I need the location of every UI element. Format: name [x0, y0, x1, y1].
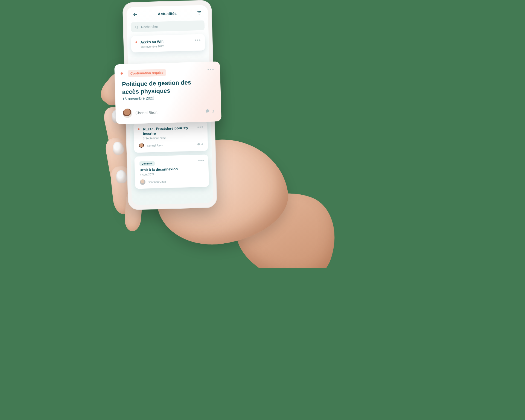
comment-number: 3 [212, 109, 214, 113]
card-title: Accès au Wifi [136, 39, 193, 45]
card-more-button[interactable]: ••• [197, 125, 203, 130]
svg-point-4 [135, 26, 137, 28]
card-date: 18 Novembre 2022 [136, 44, 200, 49]
unread-dot-icon [121, 72, 123, 75]
comment-icon [197, 143, 200, 146]
status-badge: Confirmation requise [128, 69, 166, 77]
card-more-button[interactable]: ••• [195, 38, 201, 43]
filter-button[interactable] [195, 9, 203, 17]
app-header: Actualités [126, 5, 208, 21]
news-card[interactable]: ••• Accès au Wifi 18 Novembre 2022 [131, 34, 205, 52]
card-title: Droit à la déconnexion [139, 166, 197, 172]
featured-card[interactable]: ••• Confirmation requise Politique de ge… [114, 62, 221, 124]
page-title: Actualités [158, 11, 177, 16]
card-title: Politique de gestion des accès physiques [122, 78, 204, 95]
news-card[interactable]: ••• REER - Procédure pour s'y inscrire 3… [133, 121, 208, 153]
card-footer: Charlotte Caya [140, 178, 204, 185]
author-name: Chanel Biron [135, 110, 158, 115]
search-icon [135, 25, 138, 29]
news-card[interactable]: ••• Confirmé Droit à la déconnexion 4 Ao… [134, 154, 209, 189]
search-bar[interactable] [131, 20, 205, 32]
status-badge: Confirmé [139, 161, 155, 166]
back-button[interactable] [131, 11, 139, 19]
avatar [140, 179, 146, 185]
arrow-left-icon [133, 12, 138, 17]
avatar [139, 143, 145, 149]
search-input[interactable] [141, 23, 201, 29]
filter-icon [197, 10, 202, 15]
comment-icon [205, 109, 209, 113]
card-more-button[interactable]: ••• [198, 158, 205, 163]
card-date: 4 Août 2022 [140, 171, 204, 176]
comment-count: 3 [205, 109, 214, 113]
author-name: Samuel Ryan [147, 144, 163, 147]
card-date: 3 Septembre 2022 [139, 135, 203, 140]
author-name: Charlotte Caya [148, 180, 166, 183]
card-title: REER - Procédure pour s'y inscrire [138, 126, 196, 136]
card-footer: Chanel Biron 3 [123, 106, 214, 118]
card-more-button[interactable]: ••• [208, 67, 215, 72]
svg-line-5 [137, 28, 138, 29]
comment-count: 4 [197, 143, 203, 146]
card-footer: Samuel Ryan 4 [139, 141, 203, 149]
comment-number: 4 [201, 143, 203, 146]
avatar [123, 109, 132, 118]
